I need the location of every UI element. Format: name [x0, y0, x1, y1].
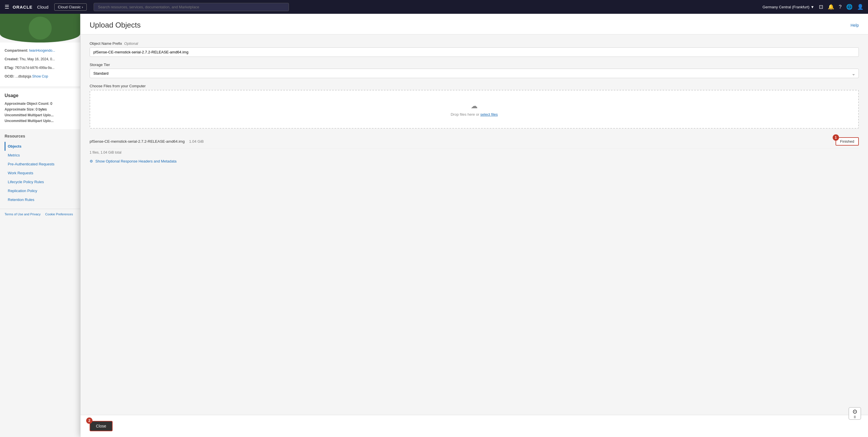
close-button[interactable]: Close — [90, 421, 113, 431]
file-name: pfSense-CE-memstick-serial-2.7.2-RELEASE… — [90, 139, 185, 144]
cloud-text: Cloud — [37, 5, 48, 9]
show-link[interactable]: Show — [32, 74, 41, 79]
file-info: pfSense-CE-memstick-serial-2.7.2-RELEASE… — [90, 139, 204, 144]
approx-count-value: 0 — [50, 102, 52, 106]
usage-section: Usage Approximate Object Count: 0 Approx… — [0, 88, 80, 129]
help-circle-icon: ⊙ — [852, 408, 857, 415]
show-headers-link[interactable]: ⚙ Show Optional Response Headers and Met… — [90, 159, 859, 163]
main-layout: Compartment: IwanHoogendo... Created: Th… — [0, 14, 868, 437]
sidebar-item-work-requests[interactable]: Work Requests — [5, 168, 75, 178]
hamburger-icon[interactable]: ☰ — [5, 4, 9, 10]
storage-tier-label: Storage Tier — [90, 63, 859, 67]
oracle-logo: ORACLE — [13, 5, 32, 9]
grid-icon: ⠿ — [854, 415, 856, 419]
bucket-header — [0, 14, 80, 42]
badge-1: 1 — [833, 134, 839, 141]
terms-link[interactable]: Terms of Use and Privacy — [5, 213, 40, 216]
sidebar-item-replication[interactable]: Replication Policy — [5, 186, 75, 195]
usage-title: Usage — [5, 93, 75, 98]
etag-value: 7f07cb7d-b976-499a-9a... — [15, 66, 55, 70]
chevron-down-icon: ▼ — [811, 5, 814, 9]
sidebar-item-objects[interactable]: Objects — [5, 142, 75, 151]
uncommitted-label-1: Uncommitted Multipart Uplo... — [5, 113, 54, 117]
settings-icon: ⚙ — [90, 159, 93, 163]
modal-header: Upload Objects Help — [81, 14, 868, 34]
compartment-link[interactable]: IwanHoogendo... — [29, 49, 55, 53]
ocid-value: ...dbdqiqja — [15, 74, 31, 79]
sidebar-item-retention[interactable]: Retention Rules — [5, 195, 75, 204]
bucket-avatar — [29, 17, 52, 40]
bucket-metadata: Compartment: IwanHoogendo... Created: Th… — [0, 42, 80, 86]
sidebar-item-metrics[interactable]: Metrics — [5, 151, 75, 160]
console-icon[interactable]: ⊡ — [819, 4, 823, 10]
copy-link[interactable]: Cop — [42, 74, 48, 79]
choose-files-label: Choose Files from your Computer — [90, 84, 859, 88]
user-icon[interactable]: 👤 — [857, 4, 863, 10]
approx-count-label: Approximate Object Count: — [5, 102, 50, 106]
finished-status: Finished — [836, 137, 859, 146]
modal-body: Object Name Prefix Optional Storage Tier… — [81, 34, 868, 415]
cloud-classic-button[interactable]: Cloud Classic › — [54, 3, 87, 11]
region-label: Germany Central (Frankfurt) — [763, 5, 809, 9]
file-size: 1.04 GiB — [189, 139, 204, 144]
resources-title: Resources — [5, 134, 75, 138]
drop-zone-text: Drop files here or — [451, 112, 480, 117]
optional-tag: Optional — [124, 41, 138, 45]
close-button-wrapper: 2 Close — [90, 421, 113, 431]
object-name-prefix-group: Object Name Prefix Optional — [90, 41, 859, 57]
object-name-prefix-label: Object Name Prefix Optional — [90, 41, 859, 45]
sidebar-item-lifecycle[interactable]: Lifecycle Policy Rules — [5, 178, 75, 186]
left-panel: Compartment: IwanHoogendo... Created: Th… — [0, 14, 81, 437]
modal-title: Upload Objects — [90, 21, 141, 30]
region-selector[interactable]: Germany Central (Frankfurt) ▼ — [763, 5, 814, 9]
modal-help-link[interactable]: Help — [850, 23, 859, 28]
search-input[interactable] — [94, 3, 289, 11]
compartment-label: Compartment: — [5, 49, 28, 53]
finished-status-wrapper: 1 Finished — [836, 137, 859, 146]
drop-zone[interactable]: ☁ Drop files here or select files — [90, 90, 859, 129]
storage-tier-select[interactable]: Standard Infrequent Access Archive — [90, 69, 859, 78]
top-navigation: ☰ ORACLE Cloud Cloud Classic › Germany C… — [0, 0, 868, 14]
modal-footer: 2 Close — [81, 415, 868, 437]
resources-section: Resources Objects Metrics Pre-Authentica… — [0, 129, 80, 209]
upload-cloud-icon: ☁ — [102, 102, 847, 110]
badge-2: 2 — [86, 417, 92, 424]
file-summary: 1 files, 1.04 GiB total — [90, 151, 859, 154]
show-headers-label: Show Optional Response Headers and Metad… — [95, 159, 177, 163]
bell-icon[interactable]: 🔔 — [828, 4, 834, 10]
terms-bar: Terms of Use and Privacy Cookie Preferen… — [0, 209, 80, 219]
choose-files-group: Choose Files from your Computer ☁ Drop f… — [90, 84, 859, 129]
created-value: Thu, May 16, 2024, 0... — [20, 57, 55, 61]
sidebar-item-pre-authenticated[interactable]: Pre-Authenticated Requests — [5, 160, 75, 168]
created-label: Created: — [5, 57, 19, 61]
etag-label: ETag: — [5, 66, 14, 70]
right-content: Objects Upload More Actions ▼ Name — [81, 14, 868, 437]
storage-tier-wrapper: Standard Infrequent Access Archive ⌄ — [90, 69, 859, 78]
approx-size-label: Approximate Size: — [5, 107, 35, 112]
upload-objects-panel: Upload Objects Help Object Name Prefix O… — [81, 14, 868, 437]
help-icon[interactable]: ? — [839, 4, 842, 10]
file-list: pfSense-CE-memstick-serial-2.7.2-RELEASE… — [90, 134, 859, 154]
uncommitted-label-2: Uncommitted Multipart Uplo... — [5, 119, 54, 123]
floating-help-icon[interactable]: ⊙ ⠿ — [848, 407, 861, 420]
cookie-link[interactable]: Cookie Preferences — [45, 213, 73, 216]
object-name-prefix-input[interactable] — [90, 48, 859, 57]
approx-size-value: 0 bytes — [36, 107, 47, 112]
select-files-link[interactable]: select files — [480, 112, 498, 117]
globe-icon[interactable]: 🌐 — [846, 4, 852, 10]
ocid-label: OCID: — [5, 74, 14, 79]
storage-tier-group: Storage Tier Standard Infrequent Access … — [90, 63, 859, 78]
file-row: pfSense-CE-memstick-serial-2.7.2-RELEASE… — [90, 134, 859, 149]
nav-right: Germany Central (Frankfurt) ▼ ⊡ 🔔 ? 🌐 👤 — [763, 4, 863, 10]
modal-overlay: Upload Objects Help Object Name Prefix O… — [81, 14, 868, 437]
